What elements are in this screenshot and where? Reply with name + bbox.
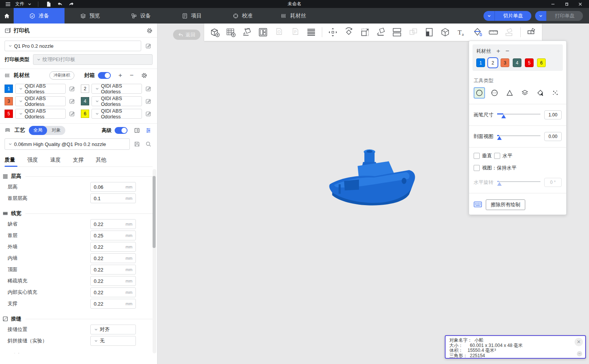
filament-preset-select[interactable]: QIDI ABS Odorless (91, 109, 142, 119)
tab-filament[interactable]: 耗材丝 (268, 8, 319, 24)
arrange-icon[interactable] (256, 25, 270, 39)
printer-edit-icon[interactable] (144, 42, 153, 50)
seam-position-select[interactable]: 对齐 (90, 325, 136, 334)
default-line-width-input[interactable]: 0.22mm (90, 219, 136, 229)
layer-height-input[interactable]: 0.06mm (90, 182, 136, 192)
auto-orient-icon[interactable]: AUTO (240, 25, 254, 39)
add-filament-button[interactable]: + (118, 72, 123, 79)
erase-all-button[interactable]: 擦除所有绘制 (486, 199, 525, 210)
tab-quality[interactable]: 质量 (5, 154, 27, 166)
support-line-width-input[interactable]: 0.22mm (90, 299, 136, 309)
params-scrollbar[interactable] (153, 169, 156, 353)
scope-object[interactable]: 对象 (47, 126, 65, 135)
home-button[interactable] (0, 8, 14, 24)
filament-color-badge[interactable]: 5 (5, 110, 13, 118)
sphere-brush-tool[interactable] (489, 87, 500, 99)
add-plate-icon[interactable] (224, 25, 238, 39)
tab-project[interactable]: 项目 (166, 8, 217, 24)
save-preset-icon[interactable] (133, 140, 141, 148)
shortcut-keyboard-icon[interactable] (474, 201, 482, 209)
filament-preset-select[interactable]: QIDI ABS Odorless (15, 109, 66, 119)
tab-others[interactable]: 其他 (96, 154, 118, 166)
variable-layer-height-icon[interactable] (304, 25, 318, 39)
horizontal-checkbox[interactable] (494, 153, 500, 159)
filament-edit-icon[interactable] (144, 85, 153, 93)
vertical-checkbox[interactable] (474, 153, 480, 159)
lay-on-face-icon[interactable] (374, 25, 388, 39)
internal-solid-infill-line-width-input[interactable]: 0.22mm (90, 287, 136, 297)
scope-global[interactable]: 全局 (29, 126, 47, 135)
filament-color-badge[interactable]: 2 (81, 85, 89, 93)
filament-color-badge[interactable]: 6 (81, 110, 89, 118)
new-project-icon[interactable] (44, 1, 53, 8)
section-view-slider[interactable] (497, 134, 540, 139)
tab-prepare[interactable]: 准备 (14, 8, 65, 24)
paint-swatch-2[interactable]: 2 (488, 58, 497, 67)
preset-list-icon[interactable] (133, 126, 141, 135)
sparse-infill-line-width-input[interactable]: 0.22mm (90, 276, 136, 286)
top-surface-line-width-input[interactable]: 0.22mm (90, 265, 136, 275)
outer-wall-line-width-input[interactable]: 0.22mm (90, 242, 136, 252)
scarf-seam-select[interactable]: 无 (90, 336, 136, 346)
tab-speed[interactable]: 速度 (50, 154, 73, 166)
view-keep-level-checkbox[interactable] (474, 165, 480, 171)
filament-preset-select[interactable]: QIDI ABS Odorless (91, 96, 142, 106)
slice-options-chevron-icon[interactable] (483, 11, 495, 21)
tab-calibration[interactable]: 校准 (217, 8, 268, 24)
redo-icon[interactable] (67, 1, 76, 8)
filament-edit-icon[interactable] (144, 97, 153, 105)
filament-preset-select[interactable]: QIDI ABS Odorless (15, 96, 66, 106)
filament-edit-icon[interactable] (68, 97, 76, 105)
tab-support[interactable]: 支撑 (73, 154, 96, 166)
section-view-value[interactable]: 0.00 (544, 132, 562, 141)
mesh-boolean-icon[interactable] (438, 25, 452, 39)
filament-edit-icon[interactable] (144, 110, 153, 118)
filament-preset-select[interactable]: QIDI ABS Odorless (15, 84, 66, 94)
assembly-icon[interactable] (524, 25, 538, 39)
height-range-tool[interactable] (519, 87, 531, 99)
fill-tool[interactable] (534, 87, 546, 99)
remove-filament-button[interactable]: − (129, 72, 134, 79)
filament-settings-gear-icon[interactable] (141, 72, 147, 78)
brush-size-value[interactable]: 1.00 (544, 110, 562, 119)
maximize-icon[interactable] (562, 1, 571, 8)
process-scope-switch[interactable]: 全局 对象 (29, 126, 65, 135)
inner-wall-line-width-input[interactable]: 0.22mm (90, 253, 136, 263)
close-icon[interactable] (576, 1, 584, 8)
circle-brush-tool[interactable] (474, 87, 485, 99)
compare-presets-icon[interactable] (144, 126, 153, 135)
cut-icon[interactable] (390, 25, 404, 39)
filament-color-badge[interactable]: 4 (81, 97, 89, 105)
printer-preset-select[interactable]: Q1 Pro 0.2 nozzle (5, 41, 141, 51)
filament-edit-icon[interactable] (68, 110, 76, 118)
print-options-chevron-icon[interactable] (535, 11, 546, 21)
filament-edit-icon[interactable] (68, 85, 76, 93)
search-preset-icon[interactable] (144, 140, 153, 148)
model-benchy-boat[interactable] (324, 144, 419, 212)
print-plate-button[interactable]: 打印单盘 (535, 11, 583, 21)
first-layer-line-width-input[interactable]: 0.25mm (90, 231, 136, 240)
tab-preview[interactable]: 预览 (65, 8, 115, 24)
paint-remove-filament-button[interactable]: − (506, 47, 509, 55)
process-preset-select[interactable]: 0.06mm High Quality @Q1 Pro 0.2 nozzle (5, 138, 130, 150)
file-menu-label[interactable]: 文件 (15, 1, 24, 7)
tab-device[interactable]: 设备 (115, 8, 166, 24)
back-button[interactable]: 返回 (173, 30, 200, 40)
triangle-tool[interactable] (504, 87, 515, 99)
filament-color-badge[interactable]: 3 (5, 97, 13, 105)
paint-swatch-4[interactable]: 4 (513, 58, 521, 67)
brush-size-slider[interactable] (497, 112, 540, 118)
file-menu-chevron-icon[interactable] (27, 2, 32, 6)
filament-preset-select[interactable]: QIDI ABS Odorless (91, 84, 142, 94)
color-paint-icon[interactable] (471, 25, 484, 39)
minimize-icon[interactable] (549, 1, 557, 8)
info-minimize-icon[interactable]: − (577, 351, 582, 356)
plate-type-select[interactable]: 纹理PEI打印板 (33, 54, 153, 65)
paint-swatch-3[interactable]: 3 (501, 58, 509, 67)
flush-volume-button[interactable]: 冲刷体积 (49, 71, 74, 80)
slice-plate-button[interactable]: 切片单盘 (483, 11, 531, 21)
box-seal-toggle[interactable] (98, 72, 111, 79)
first-layer-height-input[interactable]: 0.1mm (90, 193, 136, 203)
measure-icon[interactable] (487, 25, 500, 39)
paint-add-filament-button[interactable]: + (496, 47, 500, 55)
